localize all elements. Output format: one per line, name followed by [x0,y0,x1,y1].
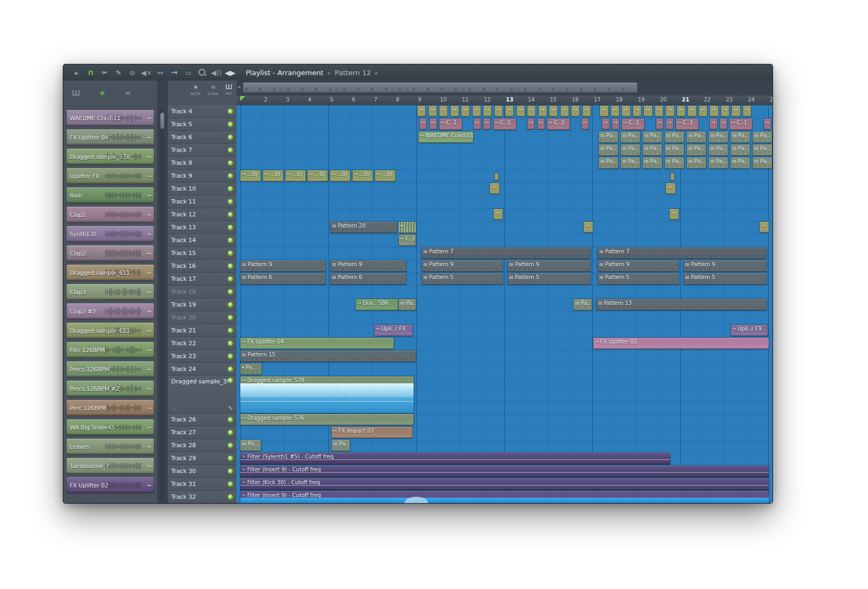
audio-clip[interactable]: ↦FX Uplifter 04 [240,338,394,349]
audio-clip[interactable]: ↦C..1 [676,119,698,130]
audio-clip[interactable]: ↦FX Impact 07 [332,427,413,438]
mini-clip[interactable]: ↦ [688,106,696,117]
mini-clip[interactable]: ↦ [483,106,491,117]
audio-clip[interactable]: ↦ [399,222,416,233]
pattern-clip[interactable]: ▤Pa.. [709,132,728,143]
playlist-grid[interactable]: ↦↦↦↦↦↦↦↦↦↦↦↦↦↦↦↦↦↦↦↦↦↦↦↦↦↦↦↦↦↦↦↦↦↦↦↦↦↦C.… [237,105,773,503]
pattern-clip[interactable]: ▤Pattern 5 [422,273,503,285]
pattern-clip[interactable]: ▤Pattern 9 [330,260,406,272]
pattern-clip[interactable]: ▤Pattern 9 [240,260,326,272]
track-enable-led[interactable] [228,264,233,268]
sample-item[interactable]: Dragged sample_578↔ [67,149,154,164]
mini-clip[interactable]: ↦ [760,222,769,232]
mini-clip[interactable]: ↦ [474,119,481,129]
track-enable-led[interactable] [228,212,233,217]
audio-clips-icon[interactable]: ∗ [99,89,106,97]
sample-item[interactable]: Percs 126BPM↔ [67,361,154,377]
track-enable-led[interactable] [228,225,233,230]
pattern-clip[interactable]: ▤Pa.. [621,157,640,169]
track-row[interactable]: Track 30 [168,465,237,478]
breadcrumb[interactable]: Playlist - Arrangement ▸ Pattern 12 ▸ [246,69,378,77]
track-row[interactable]: Track 27 [168,426,237,439]
audio-clip[interactable]: ↦...0) [330,170,350,181]
pattern-blocks-icon[interactable]: Ш [72,89,80,97]
track-enable-led[interactable] [228,122,233,127]
mini-clip[interactable] [671,173,674,180]
track-row[interactable]: Track 9 [168,170,237,183]
track-row[interactable]: Track 7 [168,144,237,157]
track-enable-led[interactable] [228,135,233,140]
audio-clip[interactable]: ↦...0) [240,170,261,181]
sample-item[interactable]: Leaves↔ [67,439,154,454]
track-row[interactable]: Track 31 [168,478,237,491]
sample-item[interactable]: Tambourine_7↔ [67,458,154,474]
sample-item[interactable]: Fills 126BPM↔ [67,342,154,358]
track-enable-led[interactable] [228,186,233,191]
audio-clip[interactable]: ↦...0) [285,170,306,181]
mini-clip[interactable]: ↦ [670,209,679,220]
track-row[interactable]: Track 29 [168,452,237,465]
pattern-clip[interactable]: ▤Pa.. [753,144,772,156]
sample-item[interactable]: Clap2↔ [67,245,154,261]
playhead-marker-icon[interactable] [240,96,245,101]
mini-clip[interactable]: ↦ [764,119,771,129]
audio-clip[interactable]: ↦C..1 [622,119,644,130]
sample-item[interactable]: Dragged sample_611↔ [67,323,154,338]
playlist-overview-scrollbar[interactable]: ◂ [237,81,773,96]
preview-tool-icon[interactable]: ◀)) [210,67,222,78]
mini-clip[interactable]: ↦ [721,106,729,117]
pattern-clip[interactable]: ▤Pa.. [687,132,706,143]
mini-clip[interactable]: ↦ [666,119,673,129]
track-row[interactable]: Track 26 [168,413,237,426]
pattern-name[interactable]: Pattern 12 [335,69,371,77]
pattern-clip[interactable]: ▤Pattern 5 [598,273,679,285]
track-row[interactable]: Track 22 [168,337,237,350]
mini-clip[interactable]: ↦ [538,119,545,129]
pattern-clip[interactable]: ▤Pa.. [709,144,728,156]
track-row[interactable]: Track 23 [168,350,237,363]
pattern-clip[interactable]: ▤Pa.. [731,132,750,143]
mini-clip[interactable]: ↦ [656,119,663,129]
track-row[interactable]: Dragged sample_391...∿ [168,376,237,413]
mini-clip[interactable]: ↦ [677,106,685,117]
mini-clip[interactable]: ↦ [439,106,447,117]
sample-item[interactable]: FX Uplifter 04↔ [67,129,154,145]
audio-clip[interactable]: ↦...0) [375,170,395,181]
mini-clip[interactable]: ↦ [602,119,609,129]
track-enable-led[interactable] [228,430,233,435]
mini-clip[interactable]: ↦ [483,119,490,129]
pattern-clip[interactable]: ▤Pa.. [731,157,750,169]
mini-clip[interactable]: ↦ [743,106,751,117]
page-title[interactable]: Playlist - Arrangement [246,69,323,77]
mini-clip[interactable]: ↦ [600,106,608,117]
audio-clip[interactable]: ↦Dra.._586 [356,299,398,310]
mini-clip[interactable]: ↦ [561,106,569,117]
sample-item[interactable]: Clap3↔ [67,284,154,300]
audio-clip[interactable]: ↦Upli..r FX [731,325,768,336]
mini-clip[interactable]: ↦ [582,119,589,129]
pattern-clip[interactable]: ▤Pattern 9 [507,260,591,272]
pattern-clip[interactable]: ▾Pa.. [240,363,262,375]
pattern-clip[interactable]: ▤Pattern 9 [683,260,767,272]
mini-clip[interactable]: ↦ [655,106,663,117]
mini-clip[interactable]: ↦ [430,119,437,129]
audio-clip[interactable]: ↦WAEDME Crash11 [418,132,473,143]
automation-clip[interactable]: ∿Filter (Insert 9) - Cutoff freq [240,491,769,503]
pattern-clip[interactable]: ▤Pattern 9 [422,260,503,272]
pattern-clip[interactable]: ▤Pattern 15 [240,351,416,362]
pattern-clip[interactable]: ▤Pa.. [599,157,618,169]
pattern-clip[interactable]: ▤Pa.. [599,144,618,156]
mini-clip[interactable]: ↦ [666,106,674,117]
pattern-clip[interactable]: ▤Pa.. [731,144,750,156]
zoom-tool-icon[interactable] [196,67,208,78]
automation-clip[interactable]: ∿Filter (Insert 9) - Cutoff freq [240,466,769,477]
track-row[interactable]: Track 11 [168,195,237,208]
link-icon[interactable]: ∞ [125,89,131,97]
pattern-clip[interactable]: ▤Pa.. [709,157,728,169]
track-row[interactable]: Track 28 [168,439,237,452]
mini-clip[interactable]: ↦ [710,119,717,129]
audio-clip[interactable]: ↦Dragged sample_576 [240,414,414,425]
track-enable-led[interactable] [228,109,233,114]
audio-clip[interactable]: ↦...0) [263,170,283,181]
pattern-clip[interactable]: ▤Pattern 5 [683,273,767,285]
